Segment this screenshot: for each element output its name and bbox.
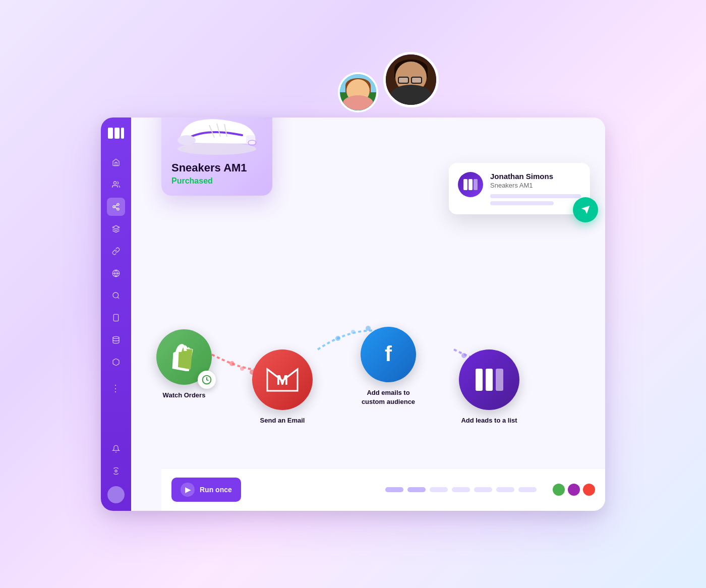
sidebar-links-icon[interactable] (107, 242, 125, 260)
sidebar-globe-icon[interactable] (107, 264, 125, 282)
svg-point-11 (113, 292, 119, 298)
svg-rect-0 (108, 128, 113, 139)
svg-text:f: f (385, 342, 392, 366)
sneakers-card: Sneakers AM1 Purchased (161, 117, 272, 196)
sidebar-bell-icon[interactable] (107, 440, 125, 458)
sneakers-status: Purchased (171, 177, 262, 186)
svg-point-5 (113, 206, 115, 208)
svg-line-7 (115, 207, 117, 209)
sidebar-cube-icon[interactable] (107, 353, 125, 371)
pagination (385, 487, 537, 492)
run-once-button[interactable]: ▶ Run once (171, 478, 241, 502)
sidebar-mobile-icon[interactable] (107, 309, 125, 327)
sidebar-search-icon[interactable] (107, 286, 125, 305)
svg-text:M: M (276, 372, 288, 388)
svg-rect-45 (496, 369, 503, 391)
send-button[interactable] (573, 197, 598, 222)
svg-point-15 (113, 336, 119, 338)
female-illustration (340, 74, 376, 110)
page-dot-5[interactable] (474, 487, 492, 492)
page-dot-6[interactable] (496, 487, 514, 492)
svg-point-16 (115, 470, 117, 472)
sneaker-image (171, 117, 262, 155)
color-dots (553, 484, 595, 496)
node-add-leads[interactable]: Add leads to a list (459, 349, 519, 425)
contact-product: Sneakers AM1 (490, 182, 581, 189)
svg-rect-44 (486, 369, 493, 391)
svg-rect-37 (463, 179, 467, 190)
play-icon: ▶ (185, 486, 191, 494)
node-facebook-label: Add emails to custom audience (358, 388, 419, 406)
laptop-frame: ⋮ (101, 117, 605, 511)
svg-rect-1 (114, 128, 120, 139)
svg-line-12 (117, 297, 119, 299)
sidebar-share-icon[interactable] (107, 198, 125, 216)
avatar-female (338, 72, 378, 112)
scene-wrapper: ⋮ (76, 42, 630, 546)
node-send-email[interactable]: M Send an Email (252, 349, 313, 425)
svg-point-36 (248, 140, 256, 145)
sidebar-home-icon[interactable] (107, 153, 125, 171)
contact-lines (490, 194, 581, 205)
sidebar: ⋮ (101, 117, 131, 511)
svg-rect-2 (121, 128, 124, 139)
color-dot-purple (568, 484, 580, 496)
avatar-male (383, 52, 439, 107)
flow-area: Watch Orders M Send an Email (141, 324, 600, 465)
sidebar-settings-icon[interactable] (107, 462, 125, 480)
run-label: Run once (200, 486, 232, 494)
sidebar-more-icon[interactable]: ⋮ (107, 379, 125, 397)
bottom-bar: ▶ Run once (161, 468, 605, 511)
node-watch-orders[interactable]: Watch Orders (156, 329, 212, 400)
svg-rect-38 (468, 179, 473, 190)
sidebar-user-avatar[interactable] (107, 486, 125, 503)
contact-line-2 (490, 201, 554, 205)
color-dot-red (583, 484, 595, 496)
svg-rect-39 (474, 179, 478, 190)
svg-point-31 (178, 135, 196, 145)
svg-point-3 (113, 182, 116, 184)
sidebar-integrations-icon[interactable] (107, 220, 125, 238)
svg-point-4 (117, 203, 119, 205)
contact-name: Jonathan Simons (490, 172, 581, 181)
contact-line-1 (490, 194, 581, 198)
page-dot-3[interactable] (430, 487, 448, 492)
node-watch-label: Watch Orders (163, 391, 206, 400)
svg-line-8 (115, 205, 117, 206)
contact-logo (458, 172, 483, 197)
sneakers-title: Sneakers AM1 (171, 161, 262, 174)
node-leads-label: Add leads to a list (461, 416, 517, 425)
page-dot-1[interactable] (385, 487, 403, 492)
page-dot-4[interactable] (452, 487, 470, 492)
sidebar-logo (108, 125, 124, 141)
sidebar-database-icon[interactable] (107, 331, 125, 349)
svg-rect-13 (113, 314, 118, 321)
page-dot-2[interactable] (407, 487, 426, 492)
contact-info: Jonathan Simons Sneakers AM1 (490, 172, 581, 205)
sidebar-contacts-icon[interactable] (107, 175, 125, 194)
run-icon: ▶ (181, 483, 195, 497)
svg-rect-43 (476, 369, 483, 391)
svg-point-6 (117, 208, 119, 210)
node-email-label: Send an Email (260, 416, 305, 425)
color-dot-green (553, 484, 565, 496)
male-illustration (386, 54, 436, 105)
node-facebook[interactable]: f Add emails to custom audience (358, 327, 419, 406)
page-dot-7[interactable] (518, 487, 537, 492)
main-content: Sneakers AM1 Purchased Jonathan Simons S… (131, 117, 605, 511)
contact-card: Jonathan Simons Sneakers AM1 (449, 163, 590, 214)
